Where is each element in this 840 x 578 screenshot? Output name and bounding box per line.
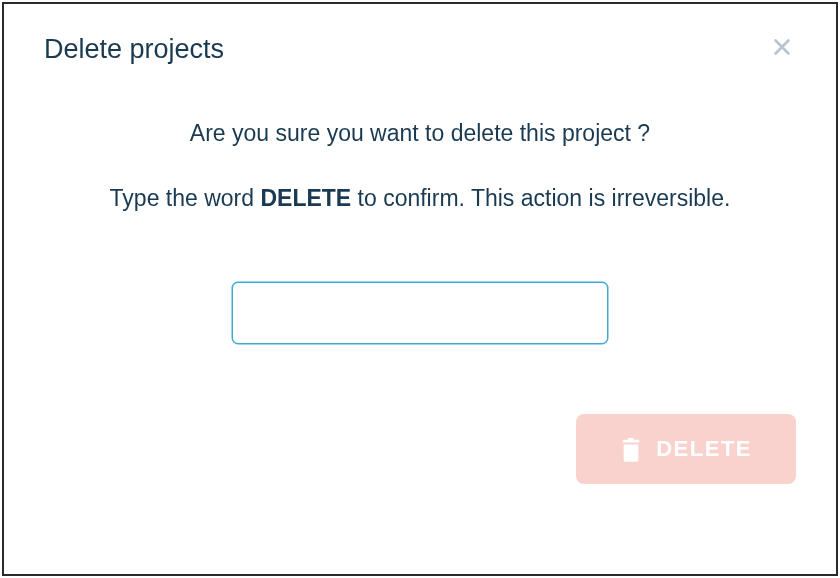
- trash-icon: [620, 436, 642, 462]
- dialog-header: Delete projects: [44, 34, 796, 65]
- delete-button-label: DELETE: [656, 436, 752, 462]
- delete-button[interactable]: DELETE: [576, 414, 796, 484]
- instruction-prefix: Type the word: [110, 185, 261, 211]
- dialog-footer: DELETE: [44, 414, 796, 484]
- instruction-suffix: to confirm. This action is irreversible.: [351, 185, 730, 211]
- delete-dialog: Delete projects Are you sure you want to…: [2, 2, 838, 576]
- instruction-keyword: DELETE: [260, 185, 351, 211]
- confirm-question: Are you sure you want to delete this pro…: [44, 120, 796, 147]
- input-wrapper: [44, 282, 796, 344]
- close-icon: [771, 36, 793, 61]
- dialog-title: Delete projects: [44, 34, 224, 65]
- close-button[interactable]: [768, 34, 796, 62]
- instruction-text: Type the word DELETE to confirm. This ac…: [44, 185, 796, 212]
- dialog-body: Are you sure you want to delete this pro…: [44, 120, 796, 484]
- confirm-input[interactable]: [232, 282, 608, 344]
